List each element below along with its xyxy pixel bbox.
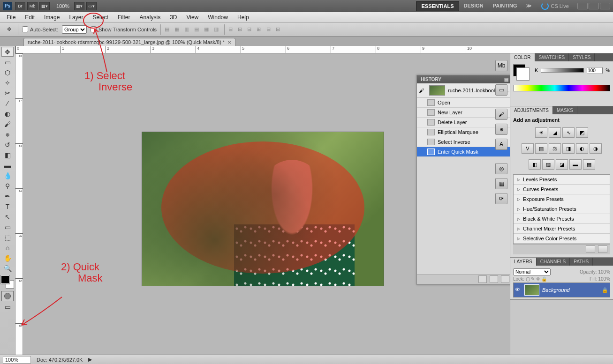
photo-filter-icon[interactable]: ◐ [576, 143, 588, 154]
maximize-button[interactable] [589, 3, 599, 9]
menu-layer[interactable]: Layer [64, 13, 88, 22]
blend-mode-select[interactable]: Normal [513, 268, 551, 275]
k-slider[interactable] [541, 68, 584, 73]
auto-select-mode[interactable]: Group [62, 25, 87, 34]
adj-footer-btn[interactable] [586, 245, 595, 253]
menu-image[interactable]: Image [39, 13, 64, 22]
invert-icon[interactable]: ◧ [529, 159, 541, 170]
tab-paths[interactable]: PATHS [570, 258, 593, 266]
menu-help[interactable]: Help [233, 13, 254, 22]
preset-item[interactable]: Curves Presets [514, 185, 610, 194]
channel-mixer-icon[interactable]: ◑ [590, 143, 602, 154]
shape-tool[interactable]: ▭ [1, 222, 14, 232]
status-arrow-icon[interactable]: ▶ [88, 357, 92, 363]
move-tool[interactable]: ✥ [1, 47, 14, 57]
brush-dock-icon[interactable]: 🖌 [495, 109, 507, 120]
pen-tool[interactable]: ✒ [1, 191, 14, 201]
healing-brush-tool[interactable]: ◐ [1, 109, 14, 119]
menu-filter[interactable]: Filter [113, 13, 135, 22]
preset-item[interactable]: Black & White Presets [514, 214, 610, 224]
workspace-more[interactable]: ≫ [522, 1, 537, 11]
tab-color[interactable]: COLOR [510, 53, 535, 61]
clone-stamp-tool[interactable]: ⎈ [1, 129, 14, 139]
magic-wand-tool[interactable]: ✧ [1, 78, 14, 88]
info-dock-icon[interactable]: ▦ [495, 178, 507, 189]
workspace-painting[interactable]: PAINTING [488, 1, 522, 11]
menu-file[interactable]: File [2, 13, 20, 22]
fg-bg-swatches[interactable] [1, 275, 14, 289]
threshold-icon[interactable]: ◪ [556, 159, 568, 170]
k-value-input[interactable] [587, 67, 603, 74]
workspace-design[interactable]: DESIGN [459, 1, 488, 11]
lasso-tool[interactable]: ⬡ [1, 67, 14, 77]
preset-item[interactable]: Levels Presets [514, 175, 610, 185]
zoom-input[interactable]: 100% [3, 356, 31, 364]
histogram-dock-icon[interactable]: ⟳ [495, 193, 507, 204]
menu-3d[interactable]: 3D [165, 13, 182, 22]
tab-layers[interactable]: LAYERS [510, 258, 537, 266]
menu-analysis[interactable]: Analysis [135, 13, 165, 22]
view-extras-button[interactable]: ▦▾ [74, 2, 84, 10]
navigator-dock-icon[interactable]: ◎ [495, 163, 507, 174]
menu-window[interactable]: Window [203, 13, 233, 22]
curves-icon[interactable]: ∿ [562, 127, 575, 138]
canvas-area[interactable]: HISTORY▤ 🖌 ruche-2011-lookbook-rds... Op… [23, 53, 613, 355]
preset-item[interactable]: Selective Color Presets [514, 234, 610, 244]
preset-item[interactable]: Exposure Presets [514, 194, 610, 204]
minibridge-dock-icon[interactable]: Mb [495, 60, 507, 71]
gradient-map-icon[interactable]: ▬ [569, 159, 582, 170]
distribute-buttons[interactable]: ⊟ ⊞ ⊟ ⊞ ⊟ ⊞ [228, 26, 281, 32]
preset-item[interactable]: Channel Mixer Presets [514, 224, 610, 234]
quick-mask-toggle[interactable] [1, 291, 14, 301]
minimize-button[interactable] [577, 3, 588, 9]
color-spectrum[interactable] [513, 85, 610, 91]
brightness-contrast-icon[interactable]: ☀ [535, 127, 547, 138]
preset-item[interactable]: Hue/Saturation Presets [514, 204, 610, 214]
menu-view[interactable]: View [182, 13, 203, 22]
vibrance-icon[interactable]: V [522, 143, 534, 154]
tab-masks[interactable]: MASKS [553, 106, 577, 114]
history-brush-source-icon[interactable]: 🖌 [419, 88, 426, 93]
document-tab[interactable]: ruche-2011-lookbook-rdsmmzqbc-99129-500-… [23, 38, 235, 46]
eraser-tool[interactable]: ◧ [1, 150, 14, 160]
show-transform-checkbox[interactable]: Show Transform Controls [91, 26, 157, 32]
path-select-tool[interactable]: ↖ [1, 212, 14, 222]
tab-swatches[interactable]: SWATCHES [535, 53, 569, 61]
crop-tool[interactable]: ✂ [1, 88, 14, 98]
gradient-tool[interactable]: ▬ [1, 160, 14, 170]
3d-camera-tool[interactable]: ⌂ [1, 243, 14, 253]
posterize-icon[interactable]: ▨ [542, 159, 554, 170]
black-white-icon[interactable]: ◨ [562, 143, 575, 154]
new-snapshot-button[interactable] [478, 275, 487, 283]
close-tab-icon[interactable]: ✕ [227, 40, 231, 45]
hand-tool[interactable]: ✋ [1, 253, 14, 263]
screen-mode-button[interactable]: ▭▾ [86, 2, 97, 10]
blur-tool[interactable]: 💧 [1, 171, 14, 180]
arrange-docs-button[interactable]: ▦▾ [39, 2, 50, 10]
hue-saturation-icon[interactable]: ▤ [535, 143, 547, 154]
zoom-level[interactable]: 100% [56, 3, 69, 9]
align-buttons[interactable]: ▤ ▦ ▥ ▤ ▦ ▥ [165, 26, 220, 32]
cslive-button[interactable]: CS Live [541, 2, 569, 10]
dodge-tool[interactable]: ⚲ [1, 181, 14, 191]
visibility-icon[interactable]: 👁 [515, 287, 522, 293]
marquee-tool[interactable]: ▭ [1, 57, 14, 67]
tab-styles[interactable]: STYLES [569, 53, 595, 61]
history-dock-icon[interactable]: ▭ [495, 84, 507, 96]
auto-select-checkbox[interactable]: Auto-Select: [22, 26, 58, 32]
character-dock-icon[interactable]: A [495, 139, 507, 150]
tab-adjustments[interactable]: ADJUSTMENTS [510, 106, 553, 114]
menu-edit[interactable]: Edit [20, 13, 39, 22]
levels-icon[interactable]: ◢ [549, 127, 561, 138]
adj-footer-btn[interactable] [598, 245, 607, 253]
clone-source-dock-icon[interactable]: ⎈ [495, 124, 507, 135]
history-brush-tool[interactable]: ↺ [1, 140, 14, 149]
3d-tool[interactable]: ⬚ [1, 232, 14, 242]
brush-tool[interactable]: 🖌 [1, 119, 14, 129]
workspace-essentials[interactable]: ESSENTIALS [416, 1, 459, 11]
exposure-icon[interactable]: ◩ [576, 127, 588, 138]
selective-color-icon[interactable]: ▦ [583, 159, 595, 170]
bridge-button[interactable]: Br [15, 2, 25, 10]
screen-mode-toggle[interactable]: ▭ [1, 302, 14, 312]
layer-row-background[interactable]: 👁 Background 🔒 [513, 282, 610, 297]
